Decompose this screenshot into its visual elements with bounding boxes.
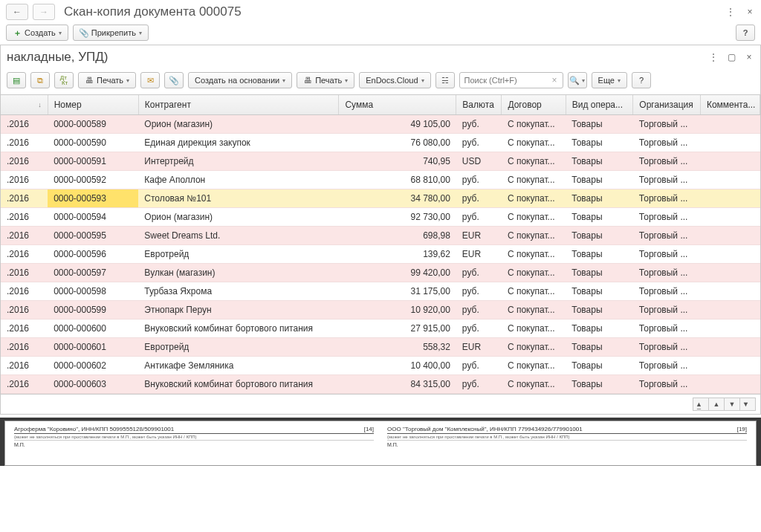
pager-down-button[interactable]: ▼: [724, 398, 740, 411]
cell-agent: Турбаза Яхрома: [138, 282, 339, 301]
maximize-icon[interactable]: ▢: [726, 52, 736, 62]
cell-org: Торговый ...: [633, 189, 701, 208]
cell-contract: С покупат...: [502, 189, 566, 208]
cell-sum: 76 080,00: [339, 134, 456, 152]
table-row[interactable]: .20160000-000595Sweet Dreams Ltd.698,98E…: [1, 227, 760, 245]
scan-left-party: Агроферма "Коровино", ИНН/КПП 5099555128…: [14, 426, 174, 432]
col-contract[interactable]: Договор: [502, 95, 566, 115]
cell-number: 0000-000589: [48, 115, 138, 134]
table-row[interactable]: .20160000-000599Этнопарк Перун10 920,00р…: [1, 301, 760, 319]
help-button[interactable]: ?: [736, 25, 755, 41]
create-button[interactable]: ＋ Создать ▾: [6, 25, 68, 41]
table-row[interactable]: .20160000-000589Орион (магазин)49 105,00…: [1, 115, 760, 134]
cell-date: .2016: [1, 152, 48, 171]
scan-right-hint: (может не заполняться при проставлении п…: [387, 434, 747, 441]
create-based-button[interactable]: Создать на основании ▾: [188, 72, 292, 88]
col-operation[interactable]: Вид опера...: [566, 95, 633, 115]
table-row[interactable]: .20160000-000593Столовая №10134 780,00ру…: [1, 189, 760, 208]
cell-number: 0000-000602: [48, 357, 138, 375]
endocs-button[interactable]: EnDocs.Cloud ▾: [359, 72, 430, 88]
pager-first-button[interactable]: ▲_: [693, 398, 709, 411]
col-date[interactable]: ↓: [1, 95, 48, 115]
dtkt-button[interactable]: Дт Кт: [54, 72, 74, 88]
caret-down-icon: ▾: [421, 77, 424, 84]
attach-button[interactable]: 📎 Прикрепить ▾: [73, 25, 149, 41]
more-button[interactable]: Еще ▾: [592, 72, 627, 88]
cell-operation: Товары: [566, 227, 633, 245]
col-org[interactable]: Организация: [633, 95, 701, 115]
cell-org: Торговый ...: [633, 245, 701, 264]
search-button[interactable]: 🔍 ▾: [568, 72, 587, 88]
table-row[interactable]: .20160000-000597Вулкан (магазин)99 420,0…: [1, 264, 760, 282]
cell-agent: Внуковский комбинат бортового питания: [138, 319, 339, 338]
table-row[interactable]: .20160000-000592Кафе Аполлон68 810,00руб…: [1, 171, 760, 189]
sheet: накладные, УПД) ⋮ ▢ × ▤ ⧉ Дт Кт 🖶 Печать…: [0, 45, 761, 415]
create-based-label: Создать на основании: [195, 76, 279, 85]
cell-comment: [700, 245, 760, 264]
cell-org: Торговый ...: [633, 171, 701, 189]
cell-comment: [700, 338, 760, 357]
tree-icon: ☵: [441, 76, 450, 85]
structure-button[interactable]: ☵: [435, 72, 455, 88]
col-comment[interactable]: Коммента...: [700, 95, 760, 115]
mail-button[interactable]: ✉: [140, 72, 160, 88]
cell-agent: Антикафе Земляника: [138, 357, 339, 375]
cell-number: 0000-000600: [48, 319, 138, 338]
kebab-icon[interactable]: ⋮: [708, 52, 719, 62]
table-row[interactable]: .20160000-000603Внуковский комбинат борт…: [1, 375, 760, 394]
caret-down-icon: ▾: [126, 77, 129, 84]
col-agent[interactable]: Контрагент: [138, 95, 339, 115]
col-number[interactable]: Номер: [48, 95, 138, 115]
table-row[interactable]: .20160000-000600Внуковский комбинат борт…: [1, 319, 760, 338]
sheet-header: накладные, УПД) ⋮ ▢ ×: [1, 45, 760, 69]
kebab-icon[interactable]: ⋮: [725, 7, 736, 17]
table-row[interactable]: .20160000-000598Турбаза Яхрома31 175,00р…: [1, 282, 760, 301]
cell-contract: С покупат...: [502, 282, 566, 301]
help-button[interactable]: ?: [632, 72, 651, 88]
cell-contract: С покупат...: [502, 208, 566, 227]
caret-down-icon: ▾: [618, 77, 621, 84]
table-row[interactable]: .20160000-000591Интертрейд740,95USDС пок…: [1, 152, 760, 171]
close-icon[interactable]: ×: [745, 7, 755, 17]
printer-icon: 🖶: [85, 76, 94, 85]
table-row[interactable]: .20160000-000594Орион (магазин)92 730,00…: [1, 208, 760, 227]
nav-back-button[interactable]: ←: [6, 4, 28, 20]
cell-org: Торговый ...: [633, 375, 701, 394]
cell-comment: [700, 134, 760, 152]
cell-org: Торговый ...: [633, 319, 701, 338]
table-row[interactable]: .20160000-000601Евротрейд558,32EURС поку…: [1, 338, 760, 357]
table-row[interactable]: .20160000-000596Евротрейд139,62EURС поку…: [1, 245, 760, 264]
print2-button[interactable]: 🖶 Печать ▾: [297, 72, 354, 88]
col-sum[interactable]: Сумма: [339, 95, 456, 115]
clear-search-icon[interactable]: ×: [550, 75, 560, 85]
search-input[interactable]: [463, 75, 550, 85]
col-currency[interactable]: Валюта: [456, 95, 502, 115]
cell-contract: С покупат...: [502, 115, 566, 134]
table-row[interactable]: .20160000-000590Единая дирекция закупок7…: [1, 134, 760, 152]
cell-currency: руб.: [456, 357, 502, 375]
scan-doc-button[interactable]: ▤: [7, 72, 26, 88]
cell-agent: Евротрейд: [138, 245, 339, 264]
cell-sum: 92 730,00: [339, 208, 456, 227]
copy-doc-button[interactable]: ⧉: [30, 72, 50, 88]
cell-comment: [700, 357, 760, 375]
print-button[interactable]: 🖶 Печать ▾: [78, 72, 136, 88]
nav-forward-button[interactable]: →: [33, 4, 55, 20]
scan-page[interactable]: Агроферма "Коровино", ИНН/КПП 5099555128…: [4, 421, 757, 466]
cell-sum: 27 915,00: [339, 319, 456, 338]
pager-last-button[interactable]: ▼_: [739, 398, 756, 411]
cell-agent: Орион (магазин): [138, 208, 339, 227]
attach-label: Прикрепить: [91, 28, 136, 37]
cell-date: .2016: [1, 264, 48, 282]
cell-sum: 49 105,00: [339, 115, 456, 134]
close-icon[interactable]: ×: [744, 52, 754, 62]
pager-up-button[interactable]: ▲: [708, 398, 725, 411]
table-row[interactable]: .20160000-000602Антикафе Земляника10 400…: [1, 357, 760, 375]
scan-right-mp: М.П.: [387, 442, 747, 447]
paperclip-icon: 📎: [80, 28, 88, 37]
search-input-wrap[interactable]: ×: [459, 72, 563, 88]
attach-file-button[interactable]: 📎: [164, 72, 184, 88]
cell-org: Торговый ...: [633, 152, 701, 171]
cell-number: 0000-000592: [48, 171, 138, 189]
print-label: Печать: [97, 76, 123, 85]
